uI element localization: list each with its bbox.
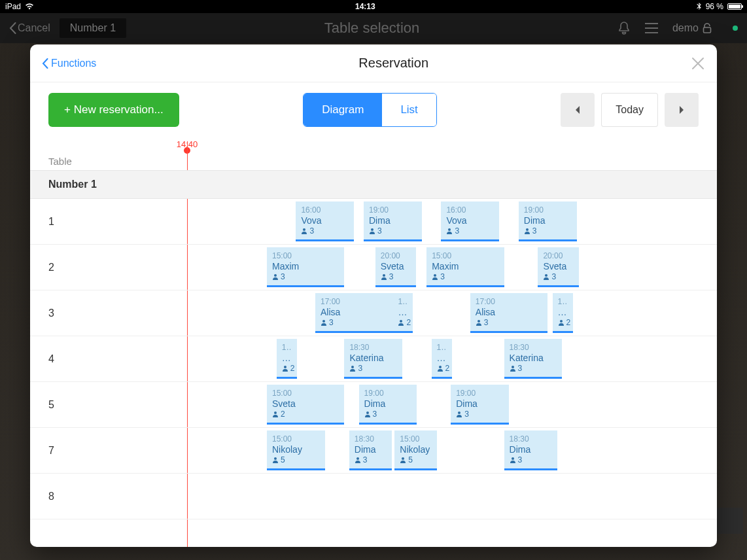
reservation-block[interactable]: 20:00Sveta3 [538, 247, 578, 287]
block-name: Vova [301, 215, 349, 226]
block-party: 3 [369, 226, 417, 236]
table-row: 715:00Nikolay518:30Dima315:00Nikolay518:… [30, 428, 717, 474]
block-party: 3 [301, 226, 349, 236]
view-toggle: Diagram List [303, 93, 437, 127]
block-party: 2 [558, 318, 568, 327]
block-time: 17:00 [476, 297, 542, 306]
functions-back-link[interactable]: Functions [42, 58, 96, 69]
person-icon [437, 365, 443, 372]
row-label: 8 [48, 491, 54, 502]
person-icon [369, 228, 375, 234]
prev-day-button[interactable] [561, 93, 595, 127]
seg-list[interactable]: List [382, 94, 436, 126]
reservation-block[interactable]: 1……2 [432, 339, 452, 379]
svg-point-10 [400, 320, 402, 323]
block-party: 2 [437, 364, 447, 373]
wifi-icon [25, 3, 34, 10]
menu-icon[interactable] [645, 23, 658, 33]
row-label: 2 [48, 262, 54, 273]
block-name: Alisa [476, 307, 542, 317]
today-button[interactable]: Today [601, 93, 658, 127]
reservation-block[interactable]: 19:00Dima3 [451, 385, 509, 425]
section-header: Number 1 [30, 170, 717, 199]
seg-diagram[interactable]: Diagram [304, 94, 382, 126]
device-label: iPad [5, 2, 21, 11]
new-reservation-button[interactable]: + New reservation... [48, 93, 179, 127]
bell-icon[interactable] [617, 21, 631, 35]
reservation-block[interactable]: 1……2 [392, 293, 413, 333]
row-track: 15:00Nikolay518:30Dima315:00Nikolay518:3… [122, 430, 717, 470]
person-icon [476, 319, 482, 326]
svg-point-5 [274, 274, 277, 277]
reservation-block[interactable]: 16:00Vova3 [296, 201, 354, 241]
svg-point-18 [366, 411, 369, 414]
person-icon [301, 228, 307, 234]
reservation-block[interactable]: 18:30Dima3 [349, 430, 392, 470]
block-time: 19:00 [456, 389, 504, 398]
appbar-title: Table selection [135, 20, 608, 37]
svg-point-22 [402, 457, 404, 460]
reservation-block[interactable]: 19:00Dima3 [359, 385, 417, 425]
appbar-tab[interactable]: Number 1 [60, 18, 126, 38]
user-button[interactable]: demo [672, 22, 712, 34]
reservation-block[interactable]: 18:30Katerina3 [504, 339, 563, 379]
reservation-block[interactable]: 15:00Nikolay5 [267, 430, 325, 470]
block-time: 19:00 [364, 389, 412, 398]
row-label: 7 [48, 445, 54, 457]
svg-point-2 [371, 228, 373, 231]
modal-toolbar: + New reservation... Diagram List Today [30, 82, 717, 137]
block-time: 20:00 [381, 251, 411, 260]
block-party: 2 [282, 364, 292, 373]
block-time: 1… [558, 297, 568, 306]
svg-point-7 [434, 274, 436, 277]
block-party: 5 [272, 455, 320, 464]
block-name: Dima [369, 215, 417, 226]
reservation-block[interactable]: 15:00Nikolay5 [394, 430, 437, 470]
modal-header: Functions Reservation [30, 44, 717, 82]
reservation-block[interactable]: 17:00Alisa3 [470, 293, 547, 333]
reservation-block[interactable]: 19:00Dima3 [519, 201, 577, 241]
reservation-block[interactable]: 19:00Dima3 [364, 201, 422, 241]
reservation-block[interactable]: 1……2 [553, 293, 573, 333]
person-icon [355, 457, 361, 463]
row-label: 1 [48, 216, 54, 228]
block-party: 3 [321, 318, 387, 327]
reservation-block[interactable]: 15:00Sveta2 [267, 385, 344, 425]
block-name: Nikolay [272, 444, 320, 455]
reservation-block[interactable]: 18:30Katerina3 [344, 339, 402, 379]
block-party: 3 [381, 272, 411, 281]
person-icon [282, 365, 288, 372]
block-name: Katerina [349, 353, 397, 363]
block-name: Sveta [543, 261, 573, 271]
person-icon [349, 365, 356, 372]
battery-pct: 96 % [706, 2, 723, 11]
back-link-label: Functions [51, 58, 96, 69]
block-name: Sveta [381, 261, 411, 271]
reservation-block[interactable]: 1……2 [277, 339, 297, 379]
svg-point-14 [351, 366, 354, 368]
person-icon [558, 319, 565, 326]
reservation-block[interactable]: 20:00Sveta3 [375, 247, 416, 287]
table-row: 116:00Vova319:00Dima316:00Vova319:00Dima… [30, 199, 717, 245]
close-button[interactable] [691, 56, 705, 71]
reservation-block[interactable]: 16:00Vova3 [441, 201, 499, 241]
cancel-label: Cancel [18, 22, 50, 34]
row-track: 15:00Maxim320:00Sveta315:00Maxim320:00Sv… [122, 247, 717, 287]
svg-point-9 [322, 320, 325, 323]
cancel-button[interactable]: Cancel [9, 22, 50, 34]
next-day-button[interactable] [665, 93, 699, 127]
block-name: … [282, 353, 292, 363]
reservation-block[interactable]: 18:30Dima3 [504, 430, 557, 470]
block-name: Vova [446, 215, 494, 226]
block-party: 3 [510, 364, 557, 373]
table-row: 41……218:30Katerina31……218:30Katerina3 [30, 336, 717, 382]
block-party: 3 [349, 364, 397, 373]
reservation-block[interactable]: 17:00Alisa3 [315, 293, 392, 333]
user-label: demo [672, 22, 699, 34]
person-icon [272, 457, 279, 463]
person-icon [272, 273, 279, 280]
reservation-block[interactable]: 15:00Maxim3 [267, 247, 344, 287]
block-name: Katerina [510, 353, 557, 363]
reservation-block[interactable]: 15:00Maxim3 [426, 247, 504, 287]
block-name: … [558, 307, 568, 317]
